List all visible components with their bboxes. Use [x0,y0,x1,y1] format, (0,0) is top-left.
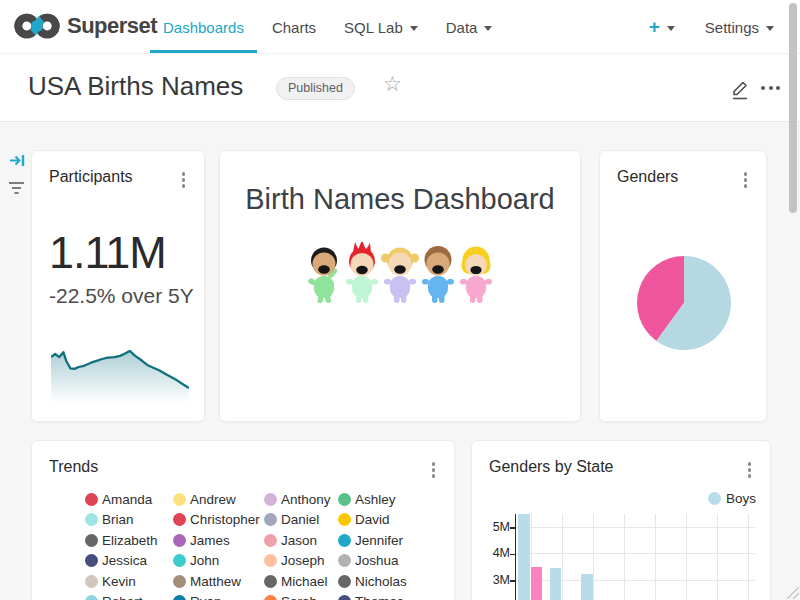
legend-dot [264,595,277,600]
legend-label: Kevin [102,574,136,589]
legend-label: Jason [281,533,317,548]
legend-label: Elizabeth [102,533,158,548]
card-trends: Trends AmandaAndrewAnthonyAshleyBrianChr… [31,440,455,600]
legend-label: Brian [102,512,134,527]
diagonal-resize-icon[interactable] [784,584,799,599]
legend-item[interactable]: Ashley [338,489,438,510]
favorite-star-icon[interactable]: ☆ [383,72,402,96]
kebab-icon[interactable] [741,170,751,190]
legend-dot [173,595,186,600]
legend-label: Sarah [281,594,317,600]
legend-item[interactable]: David [338,510,438,531]
legend-item[interactable]: Kevin [85,571,173,592]
legend-item[interactable]: John [173,551,264,572]
superset-logo[interactable]: Superset [14,11,157,41]
legend-item[interactable]: Sarah [264,592,338,600]
legend-label: Ashley [355,492,396,507]
legend-dot [85,554,98,567]
legend-dot [264,493,277,506]
legend-item[interactable]: Christopher [173,510,264,531]
legend-label: Boys [726,491,756,506]
legend-dot [173,534,186,547]
legend-label: Jessica [102,553,147,568]
kebab-icon[interactable] [429,460,439,480]
legend-label: Thomas [355,594,404,600]
legend-item[interactable]: Nicholas [338,571,438,592]
superset-infinity-icon [14,11,60,41]
legend-item[interactable]: Matthew [173,571,264,592]
big-number-subheader: -22.5% over 5Y [49,284,194,308]
card-participants: Participants 1.11M -22.5% over 5Y [31,150,205,422]
legend-dot [338,493,351,506]
dashboard-grid: Participants 1.11M -22.5% over 5Y Birth … [0,122,800,600]
nav-sql-lab[interactable]: SQL Lab [330,0,432,54]
card-markdown-header: Birth Names Dashboard [219,150,581,422]
legend-label: Amanda [102,492,152,507]
legend-item[interactable]: Thomas [338,592,438,600]
bar-chart-plot[interactable] [515,514,755,600]
settings-menu[interactable]: Settings [705,19,774,36]
genders-pie-chart[interactable] [636,255,732,351]
legend-dot [85,595,98,600]
y-axis-label: 5M [480,520,510,534]
big-number-value: 1.11M [49,227,166,279]
kebab-icon[interactable] [745,460,755,480]
markdown-title: Birth Names Dashboard [220,183,580,216]
bar-blue[interactable] [518,514,530,600]
legend-label: Jennifer [355,533,403,548]
legend-label: David [355,512,390,527]
legend-item[interactable]: Brian [85,510,173,531]
legend-item[interactable]: Michael [264,571,338,592]
nav-dashboards[interactable]: Dashboards [149,0,258,54]
create-new-button[interactable]: + [649,16,675,38]
legend-dot [338,534,351,547]
trendline-sparkline[interactable] [51,341,189,403]
legend-item[interactable]: Joseph [264,551,338,572]
card-title: Participants [49,168,133,186]
bar-pink[interactable] [531,567,543,600]
legend-label: Robert [102,594,143,600]
y-axis-tick [510,527,515,529]
legend-item[interactable]: Jessica [85,551,173,572]
legend-label: Anthony [281,492,331,507]
legend-dot [708,492,721,505]
legend-label: John [190,553,219,568]
legend-item[interactable]: James [173,530,264,551]
legend-item[interactable]: Anthony [264,489,338,510]
legend-item[interactable]: Joshua [338,551,438,572]
legend-item[interactable]: Robert [85,592,173,600]
chevron-down-icon [766,26,774,31]
legend-item[interactable]: Andrew [173,489,264,510]
legend-item[interactable]: Elizabeth [85,530,173,551]
dashboard-header: USA Births Names Published ☆ [0,54,800,122]
legend-dot [85,534,98,547]
more-actions-ellipsis-icon[interactable] [761,86,780,90]
bar-blue[interactable] [581,574,593,600]
legend-dot [85,513,98,526]
legend-item[interactable]: Ryan [173,592,264,600]
nav-data[interactable]: Data [432,0,507,54]
published-badge[interactable]: Published [276,77,355,100]
kebab-icon[interactable] [179,170,189,190]
bar-chart-legend[interactable]: Boys [708,491,756,506]
legend-dot [173,513,186,526]
main-nav: Dashboards Charts SQL Lab Data [149,0,506,54]
filter-lines-icon[interactable] [8,180,25,200]
legend-dot [173,493,186,506]
legend-item[interactable]: Daniel [264,510,338,531]
legend-item[interactable]: Jennifer [338,530,438,551]
nav-charts[interactable]: Charts [258,0,330,54]
legend-dot [338,554,351,567]
bar-blue[interactable] [550,568,562,600]
legend-item[interactable]: Amanda [85,489,173,510]
legend-dot [264,554,277,567]
legend-label: Andrew [190,492,236,507]
card-title: Genders [617,168,678,186]
vertical-scrollbar-thumb[interactable] [789,3,797,213]
legend-label: Michael [281,574,328,589]
legend-dot [85,493,98,506]
trends-legend: AmandaAndrewAnthonyAshleyBrianChristophe… [32,489,454,600]
expand-filter-bar-icon[interactable] [9,152,26,173]
legend-item[interactable]: Jason [264,530,338,551]
edit-pencil-icon[interactable] [730,78,750,104]
